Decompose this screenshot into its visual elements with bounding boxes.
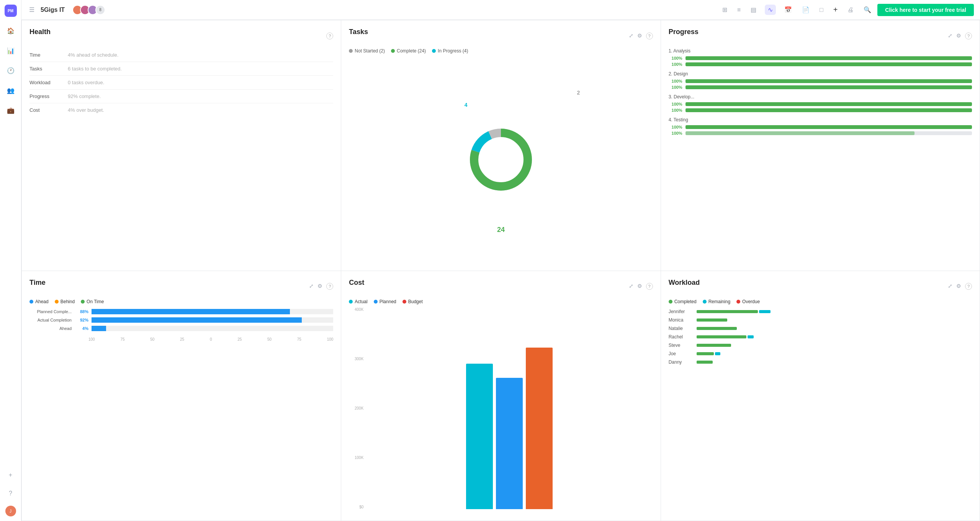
- time-bar-track-actual: [92, 317, 333, 323]
- wl-name-joe: Joe: [669, 351, 694, 356]
- legend-dot-overdue: [736, 300, 740, 304]
- y-label-300k: 300K: [349, 357, 363, 361]
- cost-help-icon[interactable]: ?: [646, 283, 653, 290]
- legend-label-budget: Budget: [408, 299, 423, 304]
- workload-expand-icon[interactable]: ⤢: [948, 283, 952, 290]
- progress-pct-3-1: 100%: [669, 102, 682, 106]
- time-bar-track-planned: [92, 309, 333, 314]
- wl-completed-joe: [697, 352, 714, 355]
- health-row-progress: Progress 92% complete.: [29, 90, 333, 103]
- health-label-workload: Workload: [29, 80, 68, 85]
- progress-bar-row-4-2: 100%: [669, 131, 972, 136]
- health-row-tasks: Tasks 6 tasks to be completed.: [29, 62, 333, 76]
- time-chart-area: Planned Comple... 88% Actual Completion …: [29, 309, 333, 513]
- tasks-gear-icon[interactable]: ⚙: [637, 33, 642, 39]
- cost-bar-planned: [496, 378, 523, 509]
- topbar: ☰ 5Gigs IT 8 ⊞ ≡ ▤ ∿ 📅 📄 □ + 🖨 🔍 Click h…: [21, 0, 980, 20]
- chart-view-icon[interactable]: ∿: [765, 5, 776, 15]
- progress-expand-icon[interactable]: ⤢: [948, 33, 952, 39]
- time-expand-icon[interactable]: ⤢: [309, 283, 314, 290]
- team-avatars: 8: [72, 5, 105, 15]
- file-view-icon[interactable]: 📄: [800, 5, 811, 15]
- progress-gear-icon[interactable]: ⚙: [956, 33, 961, 39]
- grid-view-icon[interactable]: ⊞: [721, 5, 729, 15]
- sidebar-logo: PM: [5, 5, 17, 17]
- sidebar-help-button[interactable]: ?: [5, 487, 17, 500]
- legend-label-planned: Planned: [380, 299, 396, 304]
- search-icon[interactable]: 🔍: [862, 5, 873, 15]
- user-avatar[interactable]: J: [5, 506, 16, 516]
- sidebar-item-analytics[interactable]: 📊: [5, 44, 17, 57]
- main-content: ☰ 5Gigs IT 8 ⊞ ≡ ▤ ∿ 📅 📄 □ + 🖨 🔍 Click h…: [21, 0, 980, 521]
- time-help-icon[interactable]: ?: [326, 283, 333, 290]
- wl-bars-rachel-inner: [697, 335, 972, 338]
- progress-help-icon[interactable]: ?: [965, 33, 972, 39]
- wl-completed-rachel: [697, 335, 746, 338]
- workload-gear-icon[interactable]: ⚙: [956, 283, 961, 290]
- legend-behind: Behind: [55, 299, 75, 304]
- time-gear-icon[interactable]: ⚙: [317, 283, 322, 290]
- time-panel: Time ⤢ ⚙ ? Ahead Behind On Tim: [21, 271, 341, 521]
- time-bar-fill-actual: [92, 317, 302, 323]
- time-bar-row-planned: Planned Comple... 88%: [29, 309, 333, 314]
- wl-row-steve: Steve: [669, 343, 972, 348]
- workload-panel: Workload ⤢ ⚙ ? Completed Remaining: [661, 271, 980, 521]
- time-bar-pct-actual: 92%: [75, 318, 88, 322]
- x-axis-25-right: 25: [237, 337, 242, 341]
- health-help-icon[interactable]: ?: [326, 33, 333, 39]
- progress-bar-row-3-1: 100%: [669, 102, 972, 106]
- wl-remaining-joe: [715, 352, 720, 355]
- tasks-panel: Tasks ⤢ ⚙ ? Not Started (2) Complete (24…: [341, 20, 660, 271]
- progress-section-analysis: 1. Analysis 100% 100%: [669, 48, 972, 67]
- health-row-workload: Workload 0 tasks overdue.: [29, 76, 333, 90]
- donut-svg: [463, 121, 539, 198]
- time-bar-pct-planned: 88%: [75, 309, 88, 314]
- sidebar-bottom: + ? J: [5, 469, 17, 516]
- sidebar-item-home[interactable]: 🏠: [5, 24, 17, 37]
- sidebar-item-users[interactable]: 👥: [5, 84, 17, 96]
- progress-section-title-2: 2. Design: [669, 71, 972, 77]
- cost-chart-inner: 400K 300K 200K 100K $0: [349, 307, 653, 513]
- wl-bars-monica: [697, 318, 972, 322]
- legend-actual: Actual: [349, 299, 367, 304]
- progress-bar-row-3-2: 100%: [669, 108, 972, 113]
- cost-panel: Cost ⤢ ⚙ ? Actual Planned Budg: [341, 271, 660, 521]
- wl-name-natalie: Natalie: [669, 326, 694, 331]
- cost-gear-icon[interactable]: ⚙: [637, 283, 642, 290]
- progress-bar-fill-4-2: [686, 131, 915, 135]
- time-bar-fill-ahead: [92, 326, 106, 331]
- list-view-icon[interactable]: ≡: [736, 5, 742, 15]
- calendar-view-icon[interactable]: 📅: [783, 5, 793, 15]
- more-view-icon[interactable]: □: [818, 5, 825, 15]
- sidebar-item-briefcase[interactable]: 💼: [5, 104, 17, 116]
- tasks-donut-chart: 4 2 24: [349, 57, 653, 263]
- tasks-help-icon[interactable]: ?: [646, 33, 653, 39]
- tasks-expand-icon[interactable]: ⤢: [629, 33, 633, 39]
- wl-name-steve: Steve: [669, 343, 694, 348]
- free-trial-button[interactable]: Click here to start your free trial: [877, 4, 974, 16]
- donut-label-complete: 24: [497, 226, 505, 234]
- wl-name-jennifer: Jennifer: [669, 309, 694, 314]
- wl-row-joe: Joe: [669, 351, 972, 356]
- time-title: Time: [29, 279, 46, 287]
- hamburger-icon[interactable]: ☰: [28, 5, 36, 15]
- print-icon[interactable]: 🖨: [846, 5, 855, 15]
- health-value-workload: 0 tasks overdue.: [68, 80, 104, 85]
- cost-y-axis: 400K 300K 200K 100K $0: [349, 307, 366, 510]
- cost-expand-icon[interactable]: ⤢: [629, 283, 633, 290]
- health-panel: Health ? Time 4% ahead of schedule. Task…: [21, 20, 341, 271]
- legend-ahead: Ahead: [29, 299, 49, 304]
- topbar-nav-icons: ⊞ ≡ ▤ ∿ 📅 📄 □ + 🖨 🔍: [721, 4, 873, 16]
- table-view-icon[interactable]: ▤: [749, 5, 758, 15]
- health-value-tasks: 6 tasks to be completed.: [68, 66, 122, 72]
- health-title: Health: [29, 28, 51, 36]
- sidebar-item-time[interactable]: 🕐: [5, 64, 17, 77]
- add-view-button[interactable]: +: [832, 4, 839, 16]
- health-row-cost: Cost 4% over budget.: [29, 103, 333, 117]
- wl-completed-natalie: [697, 327, 737, 330]
- cost-title: Cost: [349, 279, 364, 287]
- health-value-time: 4% ahead of schedule.: [68, 52, 118, 58]
- time-bar-row-actual: Actual Completion 92%: [29, 317, 333, 323]
- workload-help-icon[interactable]: ?: [965, 283, 972, 290]
- sidebar-add-button[interactable]: +: [5, 469, 17, 481]
